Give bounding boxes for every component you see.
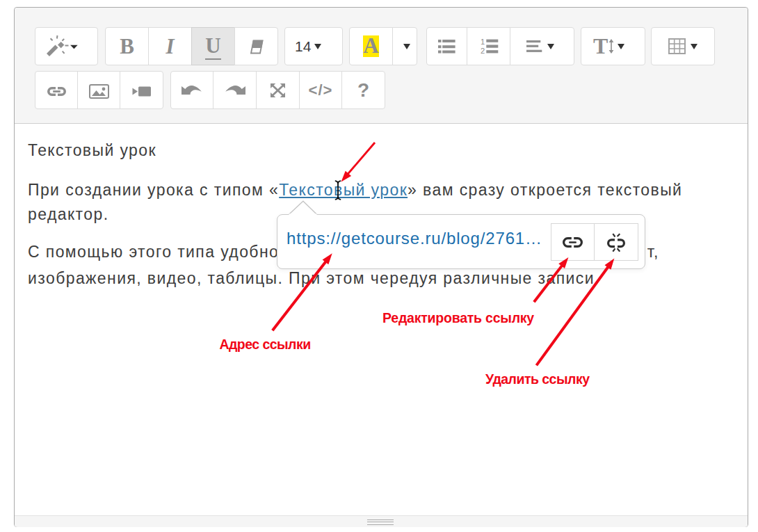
svg-text:1: 1 (481, 39, 485, 46)
svg-text:2: 2 (481, 47, 485, 54)
